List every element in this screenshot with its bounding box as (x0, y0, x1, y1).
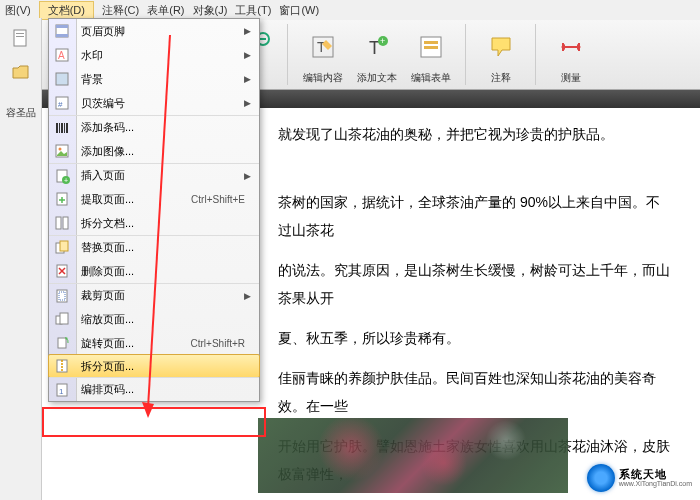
replace-page-icon (53, 239, 71, 257)
svg-text:#: # (58, 100, 63, 109)
svg-rect-32 (64, 123, 65, 133)
document-menu-dropdown: 页眉页脚▶A水印▶背景▶#贝茨编号▶添加条码...添加图像...+插入页面▶提取… (48, 18, 260, 402)
svg-text:A: A (58, 50, 65, 61)
menu-tools[interactable]: 工具(T) (235, 3, 271, 18)
svg-rect-41 (63, 217, 68, 229)
svg-rect-2 (16, 36, 24, 37)
svg-rect-31 (61, 123, 63, 133)
submenu-arrow-icon: ▶ (244, 98, 251, 108)
rotate-page-icon (53, 334, 71, 352)
svg-rect-30 (59, 123, 60, 133)
menu-item-label: 拆分文档... (81, 216, 134, 231)
annotation-highlight-box (42, 407, 266, 437)
menu-item-label: 插入页面 (81, 168, 125, 183)
menu-item-label: 添加条码... (81, 120, 134, 135)
menu-item-7[interactable]: 提取页面...Ctrl+Shift+E (49, 187, 259, 211)
insert-page-icon: + (53, 167, 71, 185)
svg-rect-22 (56, 25, 68, 28)
svg-rect-1 (16, 33, 24, 34)
svg-rect-26 (56, 73, 68, 85)
split-doc-icon (53, 214, 71, 232)
menu-item-label: 裁剪页面 (81, 288, 125, 303)
menu-item-15[interactable]: 1编排页码... (49, 377, 259, 401)
measure-button[interactable] (547, 24, 595, 69)
menu-item-11[interactable]: 裁剪页面▶ (49, 283, 259, 307)
menu-item-label: 水印 (81, 48, 103, 63)
menu-item-14[interactable]: 拆分页面... (48, 354, 260, 378)
svg-rect-50 (60, 313, 68, 324)
delete-page-icon (53, 262, 71, 280)
submenu-arrow-icon: ▶ (244, 74, 251, 84)
image-icon (53, 142, 71, 160)
scale-page-icon (53, 310, 71, 328)
bates-icon: # (53, 94, 71, 112)
status-left-text: 容圣品 (0, 106, 41, 120)
watermark-icon: A (53, 46, 71, 64)
svg-rect-23 (56, 34, 68, 37)
menu-item-label: 编排页码... (81, 382, 134, 397)
split-page-icon (53, 357, 71, 375)
menu-annotate[interactable]: 注释(C) (102, 3, 139, 18)
menu-item-8[interactable]: 拆分文档... (49, 211, 259, 235)
menu-item-label: 页眉页脚 (81, 24, 125, 39)
svg-point-35 (59, 148, 62, 151)
menu-item-label: 旋转页面... (81, 336, 134, 351)
extract-page-icon (53, 190, 71, 208)
submenu-arrow-icon: ▶ (244, 26, 251, 36)
annotate-button[interactable] (477, 24, 525, 69)
menu-window[interactable]: 窗口(W) (279, 3, 319, 18)
svg-rect-0 (14, 30, 26, 46)
menu-item-3[interactable]: #贝茨编号▶ (49, 91, 259, 115)
menu-item-shortcut: Ctrl+Shift+R (191, 338, 245, 349)
menu-form[interactable]: 表单(R) (147, 3, 184, 18)
menu-item-2[interactable]: 背景▶ (49, 67, 259, 91)
submenu-arrow-icon: ▶ (244, 171, 251, 181)
menu-view[interactable]: 图(V) (5, 3, 31, 18)
menu-item-12[interactable]: 缩放页面... (49, 307, 259, 331)
menu-item-13[interactable]: 旋转页面...Ctrl+Shift+R (49, 331, 259, 355)
menu-item-label: 贝茨编号 (81, 96, 125, 111)
menu-item-6[interactable]: +插入页面▶ (49, 163, 259, 187)
menu-item-1[interactable]: A水印▶ (49, 43, 259, 67)
svg-text:1: 1 (59, 387, 64, 396)
menu-item-label: 替换页面... (81, 240, 134, 255)
header-footer-icon (53, 22, 71, 40)
edit-form-button[interactable] (407, 24, 455, 69)
svg-rect-43 (60, 241, 68, 251)
svg-rect-14 (424, 41, 438, 44)
number-page-icon: 1 (53, 381, 71, 399)
left-panel: 容圣品 (0, 18, 42, 500)
new-doc-icon[interactable] (7, 24, 35, 52)
menu-item-5[interactable]: 添加图像... (49, 139, 259, 163)
submenu-arrow-icon: ▶ (244, 50, 251, 60)
menu-item-label: 背景 (81, 72, 103, 87)
menu-item-label: 提取页面... (81, 192, 134, 207)
barcode-icon (53, 119, 71, 137)
svg-rect-33 (66, 123, 68, 133)
menu-item-10[interactable]: 删除页面... (49, 259, 259, 283)
menu-item-label: 拆分页面... (81, 359, 134, 374)
svg-text:+: + (64, 177, 68, 184)
svg-rect-51 (58, 338, 66, 348)
menu-item-shortcut: Ctrl+Shift+E (191, 194, 245, 205)
watermark-brand: 系统天地 www.XiTongTianDi.com (587, 464, 692, 492)
svg-rect-40 (56, 217, 61, 229)
edit-content-button[interactable]: T (299, 24, 347, 69)
menu-object[interactable]: 对象(J) (193, 3, 228, 18)
submenu-arrow-icon: ▶ (244, 291, 251, 301)
svg-rect-29 (56, 123, 58, 133)
brand-logo-icon (587, 464, 615, 492)
open-doc-icon[interactable] (7, 58, 35, 86)
menu-document[interactable]: 文档(D) (39, 1, 94, 20)
menu-item-0[interactable]: 页眉页脚▶ (49, 19, 259, 43)
menubar: 图(V) 文档(D) 注释(C) 表单(R) 对象(J) 工具(T) 窗口(W) (0, 0, 700, 20)
menu-item-9[interactable]: 替换页面... (49, 235, 259, 259)
svg-text:+: + (380, 36, 385, 46)
embedded-image (258, 418, 568, 493)
menu-item-label: 删除页面... (81, 264, 134, 279)
menu-item-label: 缩放页面... (81, 312, 134, 327)
svg-rect-15 (424, 46, 438, 49)
menu-item-4[interactable]: 添加条码... (49, 115, 259, 139)
background-icon (53, 70, 71, 88)
add-text-button[interactable]: T+ (353, 24, 401, 69)
